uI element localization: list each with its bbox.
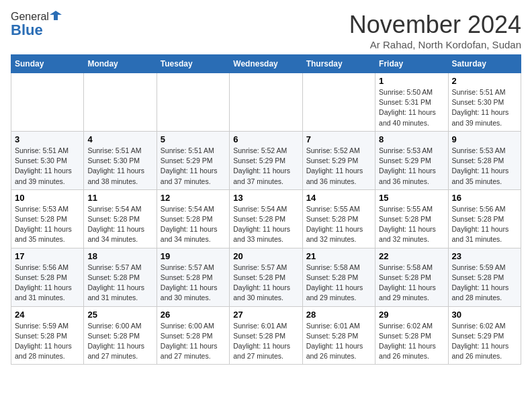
calendar-cell: 8Sunrise: 5:53 AM Sunset: 5:29 PM Daylig… xyxy=(375,131,448,189)
calendar-cell: 28Sunrise: 6:01 AM Sunset: 5:28 PM Dayli… xyxy=(302,306,375,365)
day-info: Sunrise: 5:51 AM Sunset: 5:30 PM Dayligh… xyxy=(87,146,152,187)
day-number: 26 xyxy=(161,310,226,320)
calendar-cell: 26Sunrise: 6:00 AM Sunset: 5:28 PM Dayli… xyxy=(157,306,229,365)
day-of-week-header: Wednesday xyxy=(230,55,302,73)
day-number: 8 xyxy=(379,134,444,144)
day-number: 29 xyxy=(379,310,444,320)
day-info: Sunrise: 5:53 AM Sunset: 5:28 PM Dayligh… xyxy=(15,204,80,245)
logo-blue-text: Blue xyxy=(11,21,43,39)
day-info: Sunrise: 5:59 AM Sunset: 5:28 PM Dayligh… xyxy=(15,321,80,362)
day-number: 14 xyxy=(306,193,371,203)
calendar-cell: 4Sunrise: 5:51 AM Sunset: 5:30 PM Daylig… xyxy=(84,131,157,189)
calendar-cell: 12Sunrise: 5:54 AM Sunset: 5:28 PM Dayli… xyxy=(157,189,229,248)
day-of-week-header: Saturday xyxy=(448,55,521,73)
calendar-cell: 6Sunrise: 5:52 AM Sunset: 5:29 PM Daylig… xyxy=(230,131,302,189)
calendar-table: SundayMondayTuesdayWednesdayThursdayFrid… xyxy=(11,54,521,365)
day-info: Sunrise: 5:59 AM Sunset: 5:28 PM Dayligh… xyxy=(452,263,517,304)
calendar-cell: 21Sunrise: 5:58 AM Sunset: 5:28 PM Dayli… xyxy=(302,248,375,306)
calendar-week-row: 10Sunrise: 5:53 AM Sunset: 5:28 PM Dayli… xyxy=(11,189,521,248)
calendar-week-row: 1Sunrise: 5:50 AM Sunset: 5:31 PM Daylig… xyxy=(11,73,521,132)
day-number: 5 xyxy=(161,134,226,144)
calendar-cell: 25Sunrise: 6:00 AM Sunset: 5:28 PM Dayli… xyxy=(84,306,157,365)
day-of-week-header: Tuesday xyxy=(157,55,229,73)
day-info: Sunrise: 5:53 AM Sunset: 5:28 PM Dayligh… xyxy=(452,146,517,187)
page-header: General Blue November 2024 Ar Rahad, Nor… xyxy=(11,11,521,50)
calendar-cell: 10Sunrise: 5:53 AM Sunset: 5:28 PM Dayli… xyxy=(11,189,84,248)
calendar-header-row: SundayMondayTuesdayWednesdayThursdayFrid… xyxy=(11,55,521,73)
day-number: 24 xyxy=(15,310,80,320)
calendar-cell: 23Sunrise: 5:59 AM Sunset: 5:28 PM Dayli… xyxy=(448,248,521,306)
day-info: Sunrise: 5:54 AM Sunset: 5:28 PM Dayligh… xyxy=(161,204,226,245)
calendar-cell: 11Sunrise: 5:54 AM Sunset: 5:28 PM Dayli… xyxy=(84,189,157,248)
calendar-cell: 27Sunrise: 6:01 AM Sunset: 5:28 PM Dayli… xyxy=(230,306,302,365)
day-number: 10 xyxy=(15,193,80,203)
day-number: 19 xyxy=(161,251,226,261)
calendar-cell xyxy=(157,73,229,132)
day-info: Sunrise: 5:51 AM Sunset: 5:30 PM Dayligh… xyxy=(15,146,80,187)
day-number: 16 xyxy=(452,193,517,203)
calendar-cell: 19Sunrise: 5:57 AM Sunset: 5:28 PM Dayli… xyxy=(157,248,229,306)
day-info: Sunrise: 6:01 AM Sunset: 5:28 PM Dayligh… xyxy=(233,321,298,362)
calendar-cell: 3Sunrise: 5:51 AM Sunset: 5:30 PM Daylig… xyxy=(11,131,84,189)
calendar-cell: 24Sunrise: 5:59 AM Sunset: 5:28 PM Dayli… xyxy=(11,306,84,365)
day-info: Sunrise: 6:01 AM Sunset: 5:28 PM Dayligh… xyxy=(306,321,371,362)
day-info: Sunrise: 5:58 AM Sunset: 5:28 PM Dayligh… xyxy=(379,263,444,304)
day-number: 3 xyxy=(15,134,80,144)
day-number: 27 xyxy=(233,310,298,320)
calendar-cell xyxy=(84,73,157,132)
day-number: 2 xyxy=(452,76,517,86)
day-info: Sunrise: 5:51 AM Sunset: 5:30 PM Dayligh… xyxy=(452,87,517,128)
calendar-cell xyxy=(11,73,84,132)
day-info: Sunrise: 5:56 AM Sunset: 5:28 PM Dayligh… xyxy=(452,204,517,245)
day-info: Sunrise: 5:54 AM Sunset: 5:28 PM Dayligh… xyxy=(87,204,152,245)
svg-marker-0 xyxy=(50,11,62,20)
calendar-cell: 18Sunrise: 5:57 AM Sunset: 5:28 PM Dayli… xyxy=(84,248,157,306)
day-number: 18 xyxy=(87,251,152,261)
day-number: 12 xyxy=(161,193,226,203)
calendar-cell: 20Sunrise: 5:57 AM Sunset: 5:28 PM Dayli… xyxy=(230,248,302,306)
calendar-cell: 17Sunrise: 5:56 AM Sunset: 5:28 PM Dayli… xyxy=(11,248,84,306)
calendar-cell: 1Sunrise: 5:50 AM Sunset: 5:31 PM Daylig… xyxy=(375,73,448,132)
day-info: Sunrise: 5:55 AM Sunset: 5:28 PM Dayligh… xyxy=(306,204,371,245)
day-info: Sunrise: 5:58 AM Sunset: 5:28 PM Dayligh… xyxy=(306,263,371,304)
day-info: Sunrise: 5:52 AM Sunset: 5:29 PM Dayligh… xyxy=(233,146,298,187)
day-info: Sunrise: 6:02 AM Sunset: 5:28 PM Dayligh… xyxy=(379,321,444,362)
day-info: Sunrise: 6:00 AM Sunset: 5:28 PM Dayligh… xyxy=(161,321,226,362)
day-of-week-header: Friday xyxy=(375,55,448,73)
calendar-cell: 30Sunrise: 6:02 AM Sunset: 5:29 PM Dayli… xyxy=(448,306,521,365)
day-info: Sunrise: 6:00 AM Sunset: 5:28 PM Dayligh… xyxy=(87,321,152,362)
day-number: 1 xyxy=(379,76,444,86)
day-info: Sunrise: 5:57 AM Sunset: 5:28 PM Dayligh… xyxy=(87,263,152,304)
day-number: 13 xyxy=(233,193,298,203)
day-number: 21 xyxy=(306,251,371,261)
day-info: Sunrise: 5:53 AM Sunset: 5:29 PM Dayligh… xyxy=(379,146,444,187)
day-number: 28 xyxy=(306,310,371,320)
day-number: 30 xyxy=(452,310,517,320)
calendar-week-row: 24Sunrise: 5:59 AM Sunset: 5:28 PM Dayli… xyxy=(11,306,521,365)
day-number: 25 xyxy=(87,310,152,320)
day-number: 6 xyxy=(233,134,298,144)
calendar-cell xyxy=(230,73,302,132)
day-number: 7 xyxy=(306,134,371,144)
calendar-cell: 29Sunrise: 6:02 AM Sunset: 5:28 PM Dayli… xyxy=(375,306,448,365)
location-text: Ar Rahad, North Kordofan, Sudan xyxy=(349,39,521,50)
day-info: Sunrise: 5:56 AM Sunset: 5:28 PM Dayligh… xyxy=(15,263,80,304)
day-of-week-header: Sunday xyxy=(11,55,84,73)
day-number: 9 xyxy=(452,134,517,144)
calendar-cell: 9Sunrise: 5:53 AM Sunset: 5:28 PM Daylig… xyxy=(448,131,521,189)
day-number: 22 xyxy=(379,251,444,261)
calendar-cell: 16Sunrise: 5:56 AM Sunset: 5:28 PM Dayli… xyxy=(448,189,521,248)
day-info: Sunrise: 5:55 AM Sunset: 5:28 PM Dayligh… xyxy=(379,204,444,245)
calendar-cell: 22Sunrise: 5:58 AM Sunset: 5:28 PM Dayli… xyxy=(375,248,448,306)
day-of-week-header: Thursday xyxy=(302,55,375,73)
day-info: Sunrise: 6:02 AM Sunset: 5:29 PM Dayligh… xyxy=(452,321,517,362)
calendar-cell: 15Sunrise: 5:55 AM Sunset: 5:28 PM Dayli… xyxy=(375,189,448,248)
calendar-cell xyxy=(302,73,375,132)
day-number: 4 xyxy=(87,134,152,144)
calendar-week-row: 17Sunrise: 5:56 AM Sunset: 5:28 PM Dayli… xyxy=(11,248,521,306)
calendar-week-row: 3Sunrise: 5:51 AM Sunset: 5:30 PM Daylig… xyxy=(11,131,521,189)
calendar-cell: 2Sunrise: 5:51 AM Sunset: 5:30 PM Daylig… xyxy=(448,73,521,132)
day-number: 11 xyxy=(87,193,152,203)
calendar-cell: 5Sunrise: 5:51 AM Sunset: 5:29 PM Daylig… xyxy=(157,131,229,189)
day-number: 23 xyxy=(452,251,517,261)
